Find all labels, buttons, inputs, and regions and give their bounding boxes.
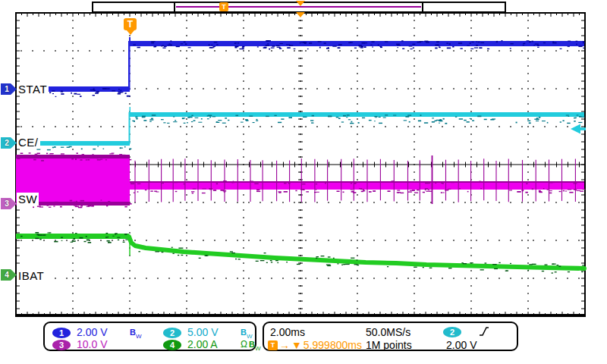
channel-2-badge: 2 (1, 137, 17, 149)
channel-1-badge: 1 (1, 83, 17, 95)
trigger-delay-triangle: ▼ (291, 339, 302, 351)
acquisition-waveform-line (176, 6, 421, 8)
channel-2-scale: 5.00 V (187, 326, 241, 338)
channel-3-badge: 3 (1, 198, 17, 209)
channel-4-impedance-bandwidth-icon: ΩBW (241, 337, 261, 352)
trigger-level-readout: 2.00 V (446, 339, 476, 351)
channel-3-readout-badge: 3 (52, 340, 71, 350)
channel-1-label: STAT (17, 83, 49, 96)
trigger-delay-value: 5.999800ms (304, 339, 362, 351)
channel-4-label: IBAT (17, 269, 46, 282)
timebase-readout: 2.00ms (270, 326, 305, 338)
trigger-delay-t-icon: T (268, 340, 278, 350)
sample-rate-readout: 50.0MS/s (366, 326, 410, 338)
channel-2-number: 2 (5, 139, 9, 147)
acquisition-record-bar (92, 2, 506, 13)
channel-1-bandwidth-icon: BW (130, 325, 163, 340)
channel-3-number: 3 (5, 199, 9, 208)
channel-4-scale: 2.00 A (187, 338, 241, 350)
trigger-slope-rising-icon (478, 325, 490, 337)
waveform-plot (0, 0, 607, 364)
record-trigger-marker: T (219, 2, 228, 11)
acquisition-window-box (174, 2, 423, 13)
channel-4-badge: 4 (1, 269, 17, 281)
channel-1-readout-badge: 1 (52, 328, 71, 338)
channel-2-readout-badge: 2 (163, 328, 181, 338)
readout-row-1: 1 2.00 V BW 2 5.00 V BW (52, 325, 255, 337)
channel-1-number: 1 (5, 85, 9, 93)
channel-readout-box: 1 2.00 V BW 2 5.00 V BW 3 10.0 V 4 2.00 … (43, 322, 256, 351)
trigger-position-marker: T (124, 18, 137, 30)
channel-3-label: SW (17, 193, 39, 206)
channel-4-readout-badge: 4 (163, 340, 181, 350)
channel-3-scale: 10.0 V (77, 338, 130, 350)
trigger-delay-readout: T→▼5.999800ms (268, 339, 362, 351)
record-length-readout: 1M points (366, 339, 412, 351)
channel-1-scale: 2.00 V (77, 326, 130, 338)
horizontal-trigger-readout-box: 2.00ms 50.0MS/s 2 T→▼5.999800ms 1M point… (263, 322, 518, 351)
channel-4-number: 4 (5, 271, 9, 279)
trigger-delay-arrow: → (279, 339, 290, 351)
trigger-source-badge: 2 (443, 327, 461, 337)
channel-2-label: CE/ (17, 136, 40, 149)
oscilloscope-screen: T T 1 2 3 4 STAT CE/ SW IBAT 1 2.00 V BW… (0, 0, 607, 364)
